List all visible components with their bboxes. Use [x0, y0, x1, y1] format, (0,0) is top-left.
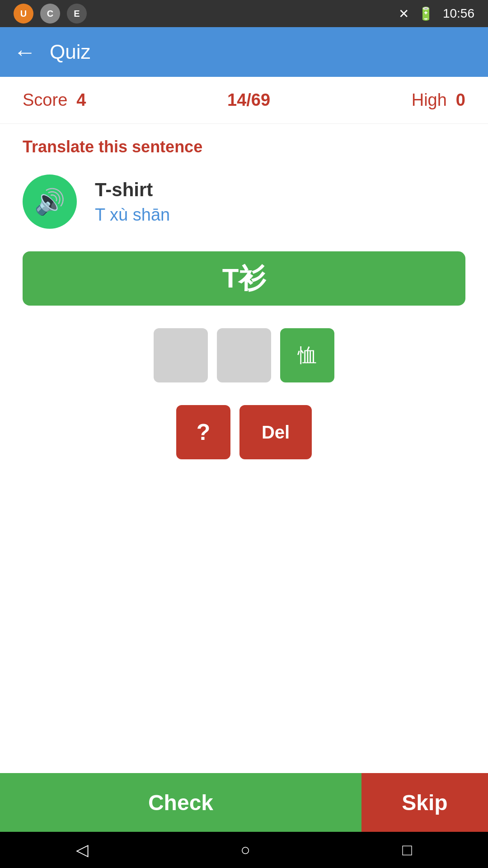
app-bar: ← Quiz [0, 27, 488, 77]
nav-recent-icon[interactable]: □ [402, 840, 412, 859]
high-label: High [412, 90, 447, 110]
word-card: 🔊 T-shirt T xù shān [0, 161, 488, 242]
high-score-group: High 0 [412, 90, 465, 110]
bottom-bar: Check Skip [0, 773, 488, 832]
speaker-icon: 🔊 [34, 187, 66, 217]
word-pinyin: T xù shān [95, 205, 170, 225]
back-button[interactable]: ← [14, 39, 36, 65]
app-icon-c: C [40, 4, 60, 24]
nav-back-icon[interactable]: ◁ [76, 840, 89, 859]
score-label: Score [23, 90, 67, 110]
high-value: 0 [456, 90, 465, 110]
score-group: Score 4 [23, 90, 86, 110]
answer-box: T衫 [23, 251, 465, 306]
clock: 10:56 [443, 6, 474, 21]
tile-1[interactable] [154, 328, 208, 382]
tiles-row: 恤 [0, 315, 488, 396]
app-icon-u: U [14, 4, 33, 24]
battery-icon: 🔋 [418, 6, 434, 21]
status-bar-system: ✕ 🔋 10:56 [399, 6, 474, 21]
translate-prompt: Translate this sentence [0, 124, 488, 161]
word-info: T-shirt T xù shān [95, 179, 170, 225]
status-bar-app-icons: U C E [14, 4, 87, 24]
answer-text: T衫 [222, 260, 266, 297]
app-icon-e: E [67, 4, 87, 24]
check-button[interactable]: Check [0, 773, 361, 832]
main-content: Score 4 14/69 High 0 Translate this sent… [0, 77, 488, 832]
tile-3[interactable]: 恤 [280, 328, 334, 382]
page-title: Quiz [50, 41, 90, 63]
tile-2[interactable] [217, 328, 271, 382]
hint-button[interactable]: ? [176, 405, 230, 459]
word-english: T-shirt [95, 179, 170, 201]
nav-bar: ◁ ○ □ [0, 832, 488, 868]
delete-button[interactable]: Del [239, 405, 312, 459]
nav-home-icon[interactable]: ○ [240, 840, 250, 859]
speaker-button[interactable]: 🔊 [23, 175, 77, 229]
progress-text: 14/69 [227, 90, 270, 110]
signal-icon: ✕ [399, 6, 409, 21]
score-value: 4 [76, 90, 86, 110]
score-bar: Score 4 14/69 High 0 [0, 77, 488, 124]
action-row: ? Del [0, 396, 488, 468]
status-bar: U C E ✕ 🔋 10:56 [0, 0, 488, 27]
skip-button[interactable]: Skip [361, 773, 488, 832]
